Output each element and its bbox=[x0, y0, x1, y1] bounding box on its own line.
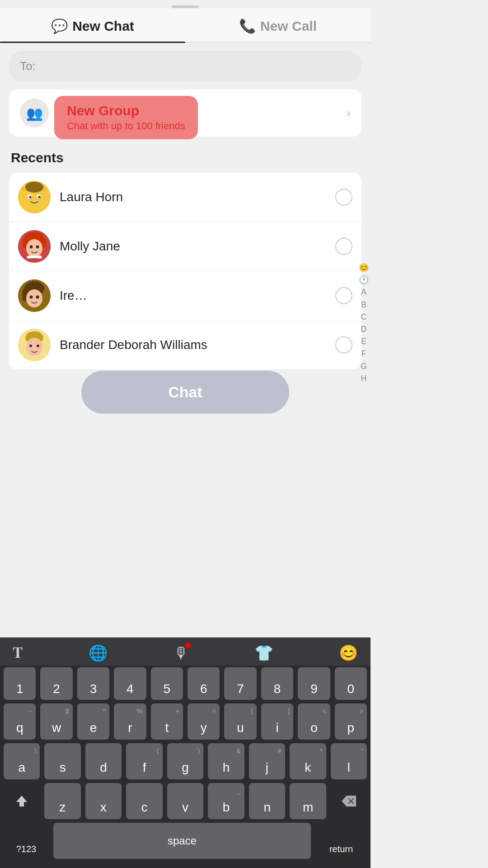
space-key[interactable]: space bbox=[53, 823, 311, 859]
contact-item-ire[interactable]: Ire… bbox=[9, 271, 361, 321]
key-e[interactable]: ^e bbox=[77, 703, 109, 740]
key-6[interactable]: 6 bbox=[188, 667, 220, 700]
key-r[interactable]: %r bbox=[114, 703, 146, 740]
key-3[interactable]: 3 bbox=[77, 667, 109, 700]
contact-name-brander: Brander Deborah Williams bbox=[60, 338, 335, 352]
key-q[interactable]: ~q bbox=[4, 703, 36, 740]
key-z[interactable]: z bbox=[44, 783, 81, 819]
keyboard-toolbar: 𝐓 🌐 🎙 👕 😊 bbox=[0, 637, 371, 665]
new-group-subtitle: Chat with up to 100 friends bbox=[67, 120, 185, 132]
key-k[interactable]: *k bbox=[290, 743, 326, 779]
language-globe-icon[interactable]: 🌐 bbox=[89, 644, 108, 662]
key-a[interactable]: \a bbox=[4, 743, 40, 779]
alpha-g[interactable]: G bbox=[361, 361, 367, 372]
contact-name-ire: Ire… bbox=[60, 288, 335, 303]
new-group-title: New Group bbox=[67, 103, 185, 118]
emoji-icon[interactable]: 😊 bbox=[339, 644, 358, 662]
alphabet-sidebar: 😊 🕐 A B C D E F G H bbox=[359, 262, 369, 384]
contact-item-brander[interactable]: Brander Deborah Williams bbox=[9, 321, 361, 369]
voice-record-icon[interactable]: 🎙 bbox=[174, 644, 189, 662]
svg-point-18 bbox=[26, 289, 42, 307]
contact-item-molly[interactable]: Molly Jane bbox=[9, 222, 361, 271]
key-7[interactable]: 7 bbox=[224, 667, 256, 700]
to-placeholder: To: bbox=[20, 59, 36, 73]
select-circle-laura[interactable] bbox=[335, 189, 352, 206]
key-1[interactable]: 1 bbox=[4, 667, 36, 700]
text-style-icon[interactable]: 𝐓 bbox=[13, 644, 23, 662]
chevron-right-icon: › bbox=[347, 106, 351, 120]
key-u[interactable]: [u bbox=[224, 703, 256, 740]
key-9[interactable]: 9 bbox=[298, 667, 330, 700]
to-input[interactable]: To: bbox=[9, 51, 361, 81]
key-f[interactable]: (f bbox=[126, 743, 162, 779]
contact-name-molly: Molly Jane bbox=[60, 239, 335, 254]
chat-icon: 💬 bbox=[51, 18, 68, 34]
key-o[interactable]: <o bbox=[298, 703, 330, 740]
call-icon: 📞 bbox=[239, 18, 256, 34]
key-2[interactable]: 2 bbox=[40, 667, 72, 700]
alpha-f[interactable]: F bbox=[361, 348, 366, 359]
key-8[interactable]: 8 bbox=[261, 667, 293, 700]
key-i[interactable]: ]i bbox=[261, 703, 293, 740]
shift-key[interactable] bbox=[4, 783, 40, 819]
alpha-emoji-face[interactable]: 😊 bbox=[359, 262, 369, 274]
svg-point-26 bbox=[26, 338, 42, 356]
key-symbols[interactable]: ?123 bbox=[4, 823, 49, 859]
bitmoji-icon[interactable]: 👕 bbox=[254, 644, 273, 662]
contact-item-laura[interactable]: Laura Horn bbox=[9, 173, 361, 222]
key-j[interactable]: #j bbox=[249, 743, 285, 779]
tab-bar: 💬 New Chat 📞 New Call bbox=[0, 8, 371, 43]
key-m[interactable]: m bbox=[290, 783, 326, 819]
key-b[interactable]: _b bbox=[208, 783, 244, 819]
avatar-ire bbox=[18, 279, 51, 312]
tab-new-chat[interactable]: 💬 New Chat bbox=[0, 8, 185, 42]
key-return[interactable]: return bbox=[315, 823, 367, 859]
alpha-e[interactable]: E bbox=[361, 336, 366, 347]
svg-point-13 bbox=[30, 245, 33, 249]
key-5[interactable]: 5 bbox=[151, 667, 183, 700]
key-t[interactable]: +t bbox=[151, 703, 183, 740]
avatar-laura bbox=[18, 181, 51, 213]
key-0[interactable]: 0 bbox=[335, 667, 367, 700]
contacts-list: Laura Horn Molly Jane bbox=[9, 173, 361, 369]
select-circle-ire[interactable] bbox=[335, 287, 352, 304]
keyboard-space-row: ?123 space return bbox=[0, 821, 371, 863]
tab-new-call[interactable]: 📞 New Call bbox=[185, 8, 371, 42]
key-g[interactable]: )g bbox=[167, 743, 203, 779]
to-container: To: bbox=[0, 43, 371, 90]
alpha-b[interactable]: B bbox=[361, 299, 366, 311]
key-n[interactable]: n bbox=[249, 783, 286, 819]
chat-overlay-label: Chat bbox=[168, 383, 202, 401]
alpha-h[interactable]: H bbox=[361, 373, 367, 384]
avatar-molly bbox=[18, 230, 51, 263]
key-4[interactable]: 4 bbox=[114, 667, 146, 700]
key-x[interactable]: x bbox=[85, 783, 122, 819]
select-circle-molly[interactable] bbox=[335, 238, 352, 255]
svg-point-5 bbox=[29, 196, 32, 198]
key-c[interactable]: c bbox=[126, 783, 163, 819]
svg-point-7 bbox=[25, 182, 43, 193]
key-s[interactable]: s bbox=[44, 743, 80, 779]
key-d[interactable]: d bbox=[85, 743, 122, 779]
avatar-brander bbox=[18, 329, 51, 361]
select-circle-brander[interactable] bbox=[335, 336, 352, 354]
key-y[interactable]: =y bbox=[188, 703, 220, 740]
new-group-item[interactable]: 👥 New Group Chat with up to 100 friends … bbox=[9, 90, 361, 137]
tab-new-call-label: New Call bbox=[260, 19, 317, 34]
alpha-d[interactable]: D bbox=[361, 324, 367, 335]
key-h[interactable]: &h bbox=[208, 743, 244, 779]
svg-point-12 bbox=[26, 239, 42, 257]
key-w[interactable]: $w bbox=[40, 703, 72, 740]
key-v[interactable]: v bbox=[167, 783, 204, 819]
alpha-a[interactable]: A bbox=[361, 287, 366, 298]
svg-point-28 bbox=[37, 344, 39, 347]
alpha-c[interactable]: C bbox=[361, 311, 367, 323]
group-icon: 👥 bbox=[20, 99, 49, 127]
chat-overlay-button[interactable]: Chat bbox=[81, 371, 289, 414]
key-l[interactable]: "l bbox=[331, 743, 367, 779]
key-p[interactable]: >p bbox=[335, 703, 367, 740]
tab-new-chat-label: New Chat bbox=[72, 19, 134, 34]
backspace-key[interactable] bbox=[331, 783, 367, 819]
alpha-clock[interactable]: 🕐 bbox=[359, 274, 369, 286]
svg-point-19 bbox=[30, 296, 33, 299]
